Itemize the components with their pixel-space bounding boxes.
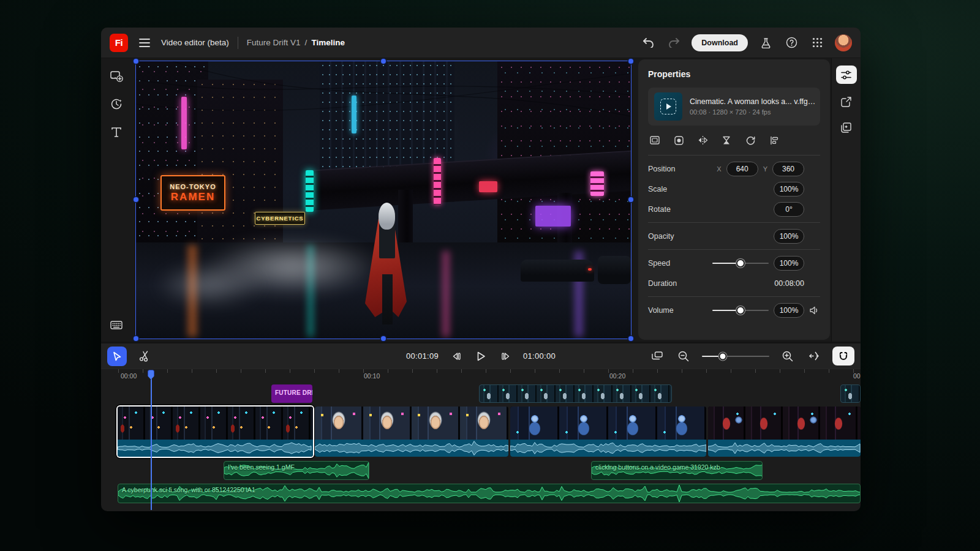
total-duration: 01:00:00 <box>523 351 556 361</box>
select-tool-button[interactable] <box>107 347 127 366</box>
text-clip[interactable]: FUTURE DRIF <box>271 384 312 403</box>
preview-canvas[interactable]: NEO-TOKYO RAMEN CYBERNETICS <box>136 61 631 339</box>
overlap-clips-icon[interactable] <box>649 348 665 364</box>
transform-handle[interactable] <box>381 59 386 64</box>
ramen-neon-sign: NEO-TOKYO RAMEN <box>160 175 225 211</box>
snap-magnet-icon[interactable] <box>832 347 854 365</box>
volume-slider[interactable] <box>712 310 769 311</box>
rotate-input[interactable] <box>774 202 804 217</box>
audio-clip-label: clicking buttons on a video game 31920 k… <box>595 463 720 471</box>
beaker-icon[interactable] <box>758 35 774 51</box>
download-button[interactable]: Download <box>692 34 748 51</box>
zoom-out-icon[interactable] <box>676 348 692 364</box>
video-clip[interactable] <box>708 407 861 457</box>
video-clip[interactable] <box>510 407 706 457</box>
breadcrumb: Future Drift V1 / Timeline <box>247 38 345 47</box>
scale-input[interactable] <box>774 182 804 197</box>
video-clip[interactable] <box>118 407 313 457</box>
fit-timeline-icon[interactable] <box>806 348 822 364</box>
overlay-filmstrip-clip[interactable] <box>479 384 672 403</box>
duration-value: 00:08:00 <box>774 279 804 288</box>
help-icon[interactable] <box>783 35 799 51</box>
neon-sign-vertical <box>181 97 187 149</box>
crop-icon[interactable] <box>649 135 660 146</box>
audio-clip[interactable]: clicking buttons on a video game 31920 k… <box>591 461 763 480</box>
duration-row: Duration 00:08:00 <box>648 273 820 293</box>
previous-frame-icon[interactable] <box>448 348 464 364</box>
hamburger-menu-icon[interactable] <box>137 35 153 51</box>
timeline-toolbar: 00:01:09 01:00:00 <box>101 342 861 369</box>
parked-car <box>598 256 631 284</box>
ruler-label: 00:20 <box>609 372 625 380</box>
divider <box>648 296 820 297</box>
music-clip[interactable]: A cyberpunk sci fi song, with or 8512422… <box>118 484 861 503</box>
neon-sign <box>590 171 604 196</box>
timeline-zoom-slider[interactable] <box>702 356 769 357</box>
next-frame-icon[interactable] <box>498 348 514 364</box>
video-clip-thumbnails <box>315 407 508 440</box>
street-fog <box>154 263 265 306</box>
play-icon[interactable] <box>473 348 489 364</box>
divider <box>648 155 820 156</box>
position-x-input[interactable] <box>726 162 758 176</box>
sign-text-bottom: RAMEN <box>171 191 215 203</box>
x-axis-label: X <box>717 165 721 173</box>
media-stack-icon[interactable] <box>839 119 854 135</box>
speaker-icon[interactable] <box>809 305 820 316</box>
scale-label: Scale <box>648 185 774 193</box>
video-clip[interactable] <box>315 407 508 457</box>
overlay-filmstrip-clip[interactable] <box>840 384 861 403</box>
redo-icon[interactable] <box>666 35 682 51</box>
timeline-zoom-controls <box>649 347 854 365</box>
transform-handle[interactable] <box>628 59 633 64</box>
flip-horizontal-icon[interactable] <box>697 135 708 146</box>
speed-input[interactable] <box>774 256 804 271</box>
right-panel-rail <box>831 58 861 342</box>
transform-handle[interactable] <box>134 336 138 341</box>
volume-input[interactable] <box>774 303 804 318</box>
opacity-input[interactable] <box>774 229 804 244</box>
transform-handle[interactable] <box>134 59 138 64</box>
selected-clip-card[interactable]: Cinematic. A woman looks a... v.ffgenvid… <box>648 88 820 126</box>
parked-car <box>521 260 594 282</box>
sign-text-top: NEO-TOKYO <box>170 183 216 190</box>
transform-handle[interactable] <box>134 197 138 202</box>
user-avatar[interactable] <box>835 34 852 51</box>
keyboard-shortcuts-icon[interactable] <box>108 317 124 333</box>
timeline-ruler[interactable]: 00:0000:1000:2000 <box>101 369 861 382</box>
neon-sign <box>535 206 571 227</box>
align-icon[interactable] <box>769 135 780 146</box>
firefly-logo[interactable]: Fi <box>110 34 128 52</box>
text-tool-icon[interactable] <box>108 124 124 140</box>
position-y-input[interactable] <box>772 162 804 176</box>
neon-sign-vertical <box>352 96 356 133</box>
ruler-label: 00 <box>853 372 861 380</box>
video-clip-thumbnails <box>118 407 313 440</box>
undo-icon[interactable] <box>640 35 656 51</box>
generate-history-icon[interactable] <box>108 96 124 112</box>
export-frame-icon[interactable] <box>839 94 854 110</box>
rotate-icon[interactable] <box>745 135 756 146</box>
video-clip-waveform <box>315 440 508 457</box>
breadcrumb-project[interactable]: Future Drift V1 <box>247 38 301 47</box>
playhead-line[interactable] <box>151 379 152 510</box>
clip-name: Cinematic. A woman looks a... v.ffgenvid <box>690 97 817 106</box>
split-scissors-icon[interactable] <box>137 348 153 364</box>
add-media-icon[interactable] <box>108 68 124 84</box>
cybernetics-neon-sign: CYBERNETICS <box>255 212 305 225</box>
apps-grid-icon[interactable] <box>809 35 825 51</box>
trim-split-icon[interactable] <box>721 135 732 146</box>
power-lines <box>136 61 631 135</box>
speed-slider[interactable] <box>712 263 769 264</box>
transform-handle[interactable] <box>381 336 386 341</box>
transform-handle[interactable] <box>628 336 633 341</box>
properties-toggle-icon[interactable] <box>836 66 857 84</box>
transform-handle[interactable] <box>628 197 633 202</box>
position-label: Position <box>648 165 717 173</box>
breadcrumb-page: Timeline <box>311 38 345 47</box>
zoom-in-icon[interactable] <box>780 348 796 364</box>
current-timecode: 00:01:09 <box>406 351 439 361</box>
mask-icon[interactable] <box>673 135 684 146</box>
audio-track-1: I've been seeing 1 gMFclicking buttons o… <box>101 461 861 480</box>
audio-clip[interactable]: I've been seeing 1 gMF <box>224 461 369 480</box>
